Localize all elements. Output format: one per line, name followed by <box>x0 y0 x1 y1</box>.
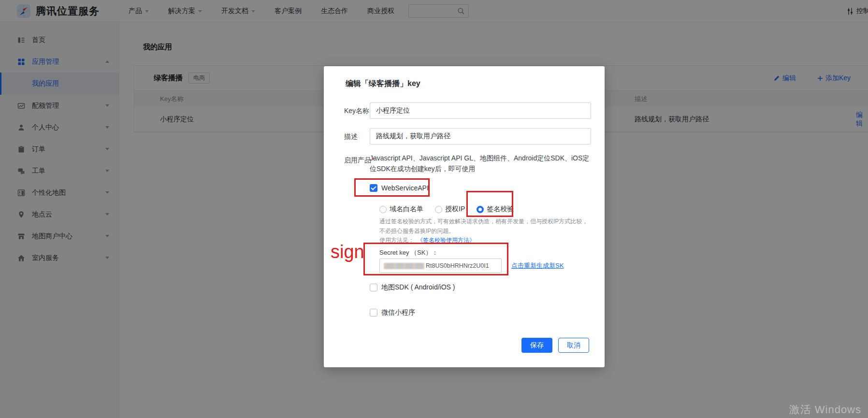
webservice-api-checkbox-row[interactable]: WebServiceAPI <box>370 184 429 192</box>
key-name-field[interactable] <box>370 102 591 119</box>
checkbox-empty-icon[interactable] <box>370 284 377 291</box>
activate-windows-watermark: 激活 Windows <box>789 403 861 417</box>
edit-key-modal: 编辑「绿客播播」key Key名称* 描述 启用产品* Javascript A… <box>324 66 605 367</box>
regenerate-sk-link[interactable]: 点击重新生成新SK <box>511 261 564 270</box>
radio-unselected-icon[interactable] <box>379 206 387 213</box>
radio-selected-icon[interactable] <box>477 206 484 213</box>
cancel-button[interactable]: 取消 <box>558 338 589 353</box>
desc-field[interactable] <box>370 128 591 144</box>
checkbox-checked-icon[interactable] <box>370 184 377 192</box>
usage-row: 使用方法见：《签名校验使用方法》 <box>379 236 475 245</box>
annotation-sign-text: sign <box>331 242 364 262</box>
checkbox-empty-icon[interactable] <box>370 309 377 317</box>
usage-prefix: 使用方法见： <box>379 237 414 244</box>
desc-label: 描述 <box>344 132 358 141</box>
signature-description: 通过签名校验的方式，可有效解决请求伪造，稍有开发量，但与授权IP方式比较， 不必… <box>379 216 588 236</box>
radio-unselected-icon[interactable] <box>435 206 442 213</box>
map-sdk-label: 地图SDK ( Android/iOS ) <box>381 283 455 292</box>
auth-method-radio-group: 域名白名单 授权IP 签名校验 <box>379 205 514 214</box>
wechat-miniprogram-label: 微信小程序 <box>381 308 415 317</box>
secret-key-label: Secret key （SK）： <box>379 248 438 257</box>
map-sdk-checkbox-row[interactable]: 地图SDK ( Android/iOS ) <box>370 283 455 292</box>
secret-key-masked-part <box>384 263 424 269</box>
secret-key-field[interactable]: Rt8US0bHRHNrz2U0I1 <box>379 259 502 273</box>
modal-title: 编辑「绿客播播」key <box>346 79 420 89</box>
radio-domain-whitelist[interactable]: 域名白名单 <box>379 205 423 214</box>
key-name-label: Key名称* <box>344 107 373 115</box>
save-button[interactable]: 保存 <box>521 338 552 353</box>
enabled-products-note: Javascript API、Javascript API GL、地图组件、An… <box>370 153 593 174</box>
radio-authorized-ip[interactable]: 授权IP <box>435 205 465 214</box>
secret-key-visible-part: Rt8US0bHRHNrz2U0I1 <box>426 262 489 269</box>
radio-signature-verification[interactable]: 签名校验 <box>477 205 514 214</box>
screen: 腾讯位置服务 产品 解决方案 开发文档 客户案例 生态合作 商业授权 <box>0 0 868 418</box>
wechat-miniprogram-checkbox-row[interactable]: 微信小程序 <box>370 308 415 317</box>
webservice-api-label: WebServiceAPI <box>381 184 429 192</box>
usage-method-link[interactable]: 《签名校验使用方法》 <box>417 237 475 244</box>
